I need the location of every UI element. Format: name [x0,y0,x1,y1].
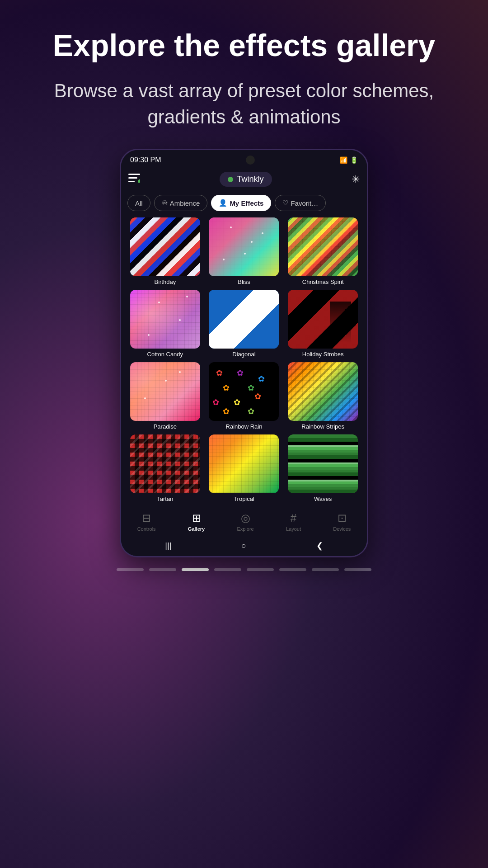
svg-rect-0 [128,174,140,175]
svg-point-3 [138,179,140,183]
dot-5 [247,568,274,571]
svg-rect-2 [128,181,135,182]
dot-1 [117,568,144,571]
svg-rect-1 [128,177,137,179]
favorites-icon: ♡ [282,199,288,207]
effect-waves[interactable]: Waves [284,434,361,505]
connected-indicator [228,177,233,182]
effect-rainbow-stripes[interactable]: Rainbow Stripes [284,362,361,433]
effect-name-tartan: Tartan [157,495,173,502]
camera-notch [246,156,255,165]
effect-bliss[interactable]: Bliss [206,217,283,288]
dot-4 [214,568,241,571]
effect-name-christmas: Christmas Spirit [302,278,344,285]
controls-icon: ⊟ [142,512,151,524]
wifi-icon: 📶 [340,156,347,164]
nav-layout[interactable]: # Layout [286,512,301,532]
effect-rainbow-rain[interactable]: ✿ ✿ ✿ ✿ ✿ ✿ ✿ ✿ ✿ ✿ Rainbow Rain [206,362,283,433]
dot-7 [312,568,339,571]
bottom-nav: ⊟ Controls ⊞ Gallery ◎ Explore # Layout … [121,507,367,535]
effect-thumb-waves [288,434,358,493]
dot-2 [149,568,176,571]
nav-label-gallery: Gallery [188,526,205,532]
nav-explore[interactable]: ◎ Explore [237,512,253,532]
effect-thumb-paradise [130,362,200,421]
nav-label-devices: Devices [333,526,351,532]
nav-devices[interactable]: ⊡ Devices [333,512,351,532]
effect-tropical[interactable]: Tropical [206,434,283,505]
nav-label-controls: Controls [137,526,156,532]
status-bar: 09:30 PM 📶 🔋 [121,150,367,168]
ambience-icon: ♾ [162,199,168,207]
gallery-icon: ⊞ [192,512,201,524]
effect-name-holiday-strobes: Holiday Strobes [302,351,344,358]
battery-icon: 🔋 [350,156,358,164]
effect-thumb-tartan [130,434,200,493]
effect-diagonal[interactable]: Diagonal [206,290,283,360]
effect-paradise[interactable]: Paradise [127,362,204,433]
effect-holiday-strobes[interactable]: Holiday Strobes [284,290,361,360]
tab-ambience[interactable]: ♾ Ambience [154,195,208,211]
effect-name-cotton-candy: Cotton Candy [147,351,183,358]
effect-name-tropical: Tropical [234,495,254,502]
android-home[interactable]: ○ [241,541,246,551]
effect-thumb-holiday-strobes [288,290,358,349]
effect-thumb-rainbow-rain: ✿ ✿ ✿ ✿ ✿ ✿ ✿ ✿ ✿ ✿ [209,362,279,421]
effect-name-rainbow-stripes: Rainbow Stripes [301,423,344,430]
effect-tartan[interactable]: Tartan [127,434,204,505]
android-recent[interactable]: ||| [165,541,171,551]
effect-name-diagonal: Diagonal [232,351,255,358]
nav-gallery[interactable]: ⊞ Gallery [188,512,205,532]
effect-thumb-tropical [209,434,279,493]
page-title: Explore the effects gallery [26,27,463,64]
status-time: 09:30 PM [130,156,161,164]
android-back[interactable]: ❮ [316,541,323,551]
tab-all[interactable]: All [127,195,150,211]
effect-name-bliss: Bliss [238,278,250,285]
dot-6 [279,568,306,571]
menu-icon[interactable] [128,174,140,185]
effect-thumb-birthday [130,217,200,276]
phone-screen: 09:30 PM 📶 🔋 Twinkly ✳ [121,150,367,556]
effect-name-birthday: Birthday [154,278,176,285]
page-dots [117,568,371,571]
my-effects-icon: 👤 [219,199,227,207]
tab-favorites[interactable]: ♡ Favorit… [275,195,326,211]
tab-my-effects[interactable]: 👤 My Effects [211,195,271,211]
effect-thumb-christmas [288,217,358,276]
effect-christmas[interactable]: Christmas Spirit [284,217,361,288]
dot-3 [182,568,209,571]
effects-grid: Birthday Bliss [121,216,367,507]
status-icons: 📶 🔋 [340,156,358,164]
effect-name-waves: Waves [314,495,332,502]
effect-thumb-bliss [209,217,279,276]
filter-tabs: All ♾ Ambience 👤 My Effects ♡ Favorit… [121,190,367,216]
effect-name-paradise: Paradise [154,423,177,430]
android-nav: ||| ○ ❮ [121,535,367,556]
loading-icon[interactable]: ✳ [352,174,360,185]
explore-icon: ◎ [241,512,250,524]
effect-cotton-candy[interactable]: Cotton Candy [127,290,204,360]
effect-name-rainbow-rain: Rainbow Rain [226,423,263,430]
nav-controls[interactable]: ⊟ Controls [137,512,156,532]
effect-thumb-cotton-candy [130,290,200,349]
devices-icon: ⊡ [338,512,347,524]
effect-birthday[interactable]: Birthday [127,217,204,288]
effect-thumb-rainbow-stripes [288,362,358,421]
top-bar: Twinkly ✳ [121,168,367,190]
device-name: Twinkly [237,175,263,184]
twinkly-badge[interactable]: Twinkly [220,172,272,187]
dot-8 [344,568,371,571]
nav-label-explore: Explore [237,526,253,532]
phone-mockup: 09:30 PM 📶 🔋 Twinkly ✳ [120,149,368,557]
effect-thumb-diagonal [209,290,279,349]
layout-icon: # [291,512,296,524]
page-subtitle: Browse a vast array of preset color sche… [0,78,488,131]
nav-label-layout: Layout [286,526,301,532]
